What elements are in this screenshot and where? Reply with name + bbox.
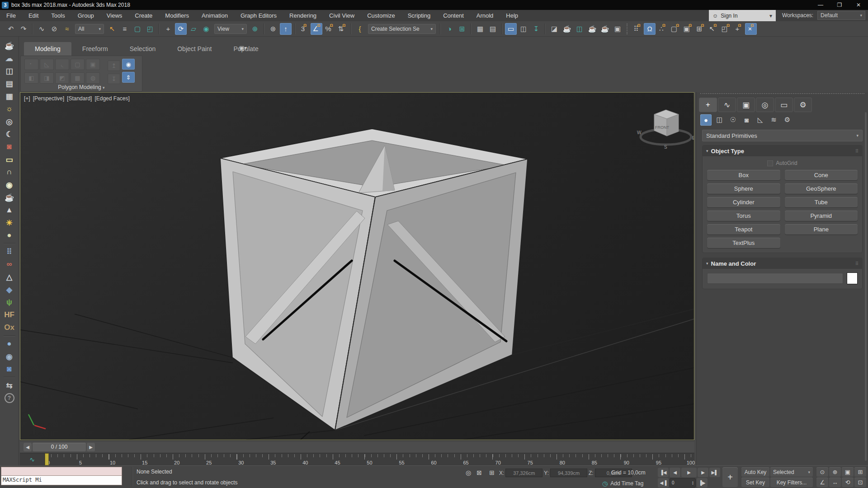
ribbon-tab-object-paint[interactable]: Object Paint [166, 42, 222, 56]
viewport-style-menu[interactable]: [Standard] [67, 95, 92, 102]
name-color-header[interactable]: ▾ Name and Color ⠿ [703, 258, 862, 269]
absolute-mode-icon[interactable]: ⊞ [487, 468, 496, 477]
box-array-icon[interactable]: ⠿ [3, 245, 16, 258]
viewcube-south[interactable]: S [664, 145, 667, 150]
bind-to-space-warp-icon[interactable]: ≈ [61, 23, 73, 35]
primitives-dropdown[interactable]: Standard Primitives ▾ [702, 130, 863, 141]
rendered-frame-window-icon[interactable]: ◫ [574, 23, 585, 35]
maxscript-mini-listener[interactable]: MAXScript Mi [1, 467, 122, 485]
help-icon[interactable]: ? [3, 392, 16, 404]
zoom-all-icon[interactable]: ⊕ [829, 467, 841, 477]
schematic-view-icon[interactable]: ↧ [530, 23, 542, 35]
set-key-button[interactable]: Set Key [741, 478, 769, 487]
drag-grip-icon[interactable]: ⠿ [855, 261, 859, 266]
maxscript-macro-recorder[interactable] [1, 467, 122, 476]
button-pyramid[interactable]: Pyramid [785, 211, 858, 221]
panel-label[interactable]: Polygon Modeling ▾ [21, 84, 142, 90]
undo-icon[interactable]: ↶ [5, 23, 17, 35]
align-icon[interactable]: ⊞ [456, 23, 468, 35]
layer-explorer-icon[interactable]: ▤ [487, 23, 499, 35]
close-button[interactable]: ✕ [849, 0, 868, 10]
select-and-link-icon[interactable]: ∿ [36, 23, 47, 35]
button-tube[interactable]: Tube [785, 197, 858, 207]
unlink-selection-icon[interactable]: ⊘ [48, 23, 60, 35]
snap-increment-icon[interactable]: +Ω [732, 23, 744, 35]
material-editor-icon[interactable]: ◪ [548, 23, 560, 35]
set-keys-button[interactable]: + [722, 467, 738, 487]
go-to-start-button[interactable]: ▐◀ [658, 468, 669, 477]
ribbon-tab-modeling[interactable]: Modeling [24, 42, 71, 56]
curve-editor-icon[interactable]: ◫ [518, 23, 529, 35]
previous-frame-button[interactable]: ◀ [670, 468, 680, 477]
autogrid-checkbox[interactable] [767, 160, 773, 166]
maximize-viewport-icon[interactable]: ⊡ [854, 478, 866, 487]
spinner-snap-icon[interactable]: ⇅Ω [336, 23, 348, 35]
menu-views[interactable]: Views [100, 10, 128, 21]
y-coordinate-field[interactable]: 94,339cm [550, 469, 587, 477]
app-icon[interactable]: 3 [2, 2, 9, 9]
category-cameras[interactable]: ◙ [741, 114, 752, 126]
sphere-blue-icon[interactable]: ● [3, 338, 16, 350]
render-gallery-icon[interactable]: ▣ [612, 23, 623, 35]
snap-frozen-icon[interactable]: ⊞Ω [694, 23, 706, 35]
snap-pivot-icon[interactable]: Ω [644, 23, 656, 35]
menu-civil-view[interactable]: Civil View [323, 10, 361, 21]
zoom-extents-icon[interactable]: ▣ [842, 467, 854, 477]
mirror-icon[interactable]: ◑ [443, 23, 455, 35]
category-lights[interactable]: ☉ [727, 114, 739, 126]
next-key-button[interactable]: ▐▶ [697, 478, 708, 488]
light-lister-icon[interactable]: ☼ [3, 103, 16, 115]
button-sphere[interactable]: Sphere [707, 183, 780, 194]
edit-named-selection-sets-icon[interactable]: { [354, 23, 366, 35]
track-bar-ruler[interactable]: 0510152025303540455055606570758085909510… [45, 453, 693, 465]
tab-create[interactable]: + [699, 98, 717, 112]
next-frame-arrow[interactable]: ▶ [87, 443, 95, 451]
go-to-end-button[interactable]: ▶▌ [709, 468, 720, 477]
isolate-selection-icon[interactable]: ◎ [464, 468, 473, 477]
viewcube-east[interactable]: E [692, 136, 694, 141]
select-and-scale-icon[interactable]: ▱ [188, 23, 199, 35]
menu-customize[interactable]: Customize [361, 10, 401, 21]
previous-key-button[interactable]: ◀▐ [658, 478, 669, 488]
selection-lock-icon[interactable]: ⊠ [475, 468, 484, 477]
snap-region-icon[interactable]: ◰Ω [720, 23, 731, 35]
render-iterative-icon[interactable]: ☕ [599, 23, 611, 35]
mini-curve-editor-icon[interactable]: ∿ [20, 453, 45, 465]
menu-modifiers[interactable]: Modifiers [159, 10, 195, 21]
select-and-place-icon[interactable]: ◉ [200, 23, 212, 35]
viewcube-front[interactable]: FRONT [655, 125, 669, 130]
sign-in-button[interactable]: ☺ Sign In ▾ [709, 10, 776, 21]
button-teapot[interactable]: Teapot [707, 224, 780, 235]
button-textplus[interactable]: TextPlus [707, 238, 780, 248]
viewport-general-menu[interactable]: [+] [24, 95, 30, 102]
snap-cursor-icon[interactable]: ↖Ω [707, 23, 719, 35]
ribbon-config-icon[interactable]: ▣▾ [239, 45, 247, 51]
ribbon-toggle-icon[interactable]: ▭ [505, 23, 517, 35]
category-systems[interactable]: ⚙ [782, 114, 793, 126]
menu-help[interactable]: Help [500, 10, 524, 21]
minimize-button[interactable]: — [811, 0, 830, 10]
snap-toggle-3d-icon[interactable]: 3Ω [298, 23, 310, 35]
snap-grid-points-icon[interactable]: ⠿Ω [631, 23, 643, 35]
tab-utilities[interactable]: ⚙ [794, 98, 812, 112]
hair-fur-icon[interactable]: HF [3, 309, 16, 321]
button-plane[interactable]: Plane [785, 224, 858, 235]
menu-animation[interactable]: Animation [195, 10, 234, 21]
menu-rendering[interactable]: Rendering [283, 10, 323, 21]
dome-light-icon[interactable]: ∩ [3, 166, 16, 178]
tab-display[interactable]: ▭ [775, 98, 793, 112]
add-time-tag[interactable]: ◷ Add Time Tag [602, 480, 643, 487]
next-frame-button[interactable]: ▶ [698, 468, 708, 477]
panel-scrollbar[interactable] [865, 112, 867, 461]
select-by-name-icon[interactable]: ≡ [119, 23, 131, 35]
cloud-a360-icon[interactable]: ☁ [3, 52, 16, 65]
category-space-warps[interactable]: ≋ [768, 114, 779, 126]
sphere-select-icon[interactable]: ◙ [3, 363, 16, 375]
track-bar[interactable]: ∿ 05101520253035404550556065707580859095… [20, 453, 694, 465]
show-end-result-icon[interactable]: ◉ [122, 59, 135, 70]
tab-motion[interactable]: ◎ [756, 98, 774, 112]
x-coordinate-field[interactable]: 37,326cm [505, 469, 542, 477]
restore-button[interactable]: ❐ [830, 0, 849, 10]
time-slider-frame[interactable]: 0 / 100 [33, 443, 86, 451]
ox-fur-icon[interactable]: Ox [3, 321, 16, 334]
